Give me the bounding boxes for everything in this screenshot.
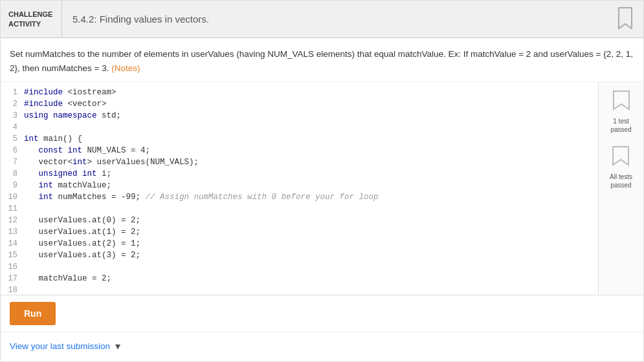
- code-line: 2 #include <vector>: [1, 99, 598, 111]
- header: CHALLENGE ACTIVITY 5.4.2: Finding values…: [1, 1, 643, 38]
- code-editor[interactable]: 1 #include <iostream> 2 #include <vector…: [1, 82, 598, 295]
- code-line: 7 vector<int> userValues(NUM_VALS);: [1, 157, 598, 169]
- code-line: 1 #include <iostream>: [1, 87, 598, 99]
- code-line: 14 userValues.at(2) = 1;: [1, 239, 598, 250]
- badge-all-label: All tests passed: [610, 173, 632, 189]
- code-line: 13 userValues.at(1) = 2;: [1, 227, 598, 239]
- footer: Run: [1, 295, 643, 332]
- header-title: 5.4.2: Finding values in vectors.: [62, 14, 616, 25]
- code-line: 10 int numMatches = -99; // Assign numMa…: [1, 192, 598, 204]
- chevron-down-icon: ▾: [115, 340, 120, 352]
- code-line: 3 using namespace std;: [1, 111, 598, 122]
- code-line: 4: [1, 122, 598, 134]
- submission-label: View your last submission: [10, 341, 110, 351]
- code-line: 17 matchValue = 2;: [1, 273, 598, 285]
- code-area: 1 #include <iostream> 2 #include <vector…: [1, 82, 643, 295]
- badge-all-tests-passed: All tests passed: [610, 145, 632, 189]
- badge-1-test-passed: 1 test passed: [610, 90, 631, 134]
- main-container: CHALLENGE ACTIVITY 5.4.2: Finding values…: [0, 0, 644, 362]
- code-line: 18: [1, 285, 598, 295]
- challenge-activity-label: CHALLENGE ACTIVITY: [1, 1, 62, 37]
- code-line: 5 int main() {: [1, 134, 598, 145]
- description: Set numMatches to the number of elements…: [1, 38, 643, 82]
- submission-row[interactable]: View your last submission ▾: [1, 332, 643, 360]
- code-line: 11: [1, 204, 598, 215]
- notes-link[interactable]: (Notes): [111, 63, 140, 73]
- code-line: 9 int matchValue;: [1, 180, 598, 192]
- description-text: Set numMatches to the number of elements…: [10, 49, 633, 73]
- badge-1-label: 1 test passed: [610, 117, 631, 134]
- code-line: 8 unsigned int i;: [1, 169, 598, 180]
- code-line: 6 const int NUM_VALS = 4;: [1, 145, 598, 157]
- run-button[interactable]: Run: [10, 302, 56, 325]
- code-line: 15 userValues.at(3) = 2;: [1, 250, 598, 262]
- code-line: 12 userValues.at(0) = 2;: [1, 215, 598, 227]
- sidebar-badges: 1 test passed All tests passed: [598, 82, 643, 295]
- code-line: 16: [1, 262, 598, 273]
- bookmark-icon[interactable]: [616, 6, 634, 32]
